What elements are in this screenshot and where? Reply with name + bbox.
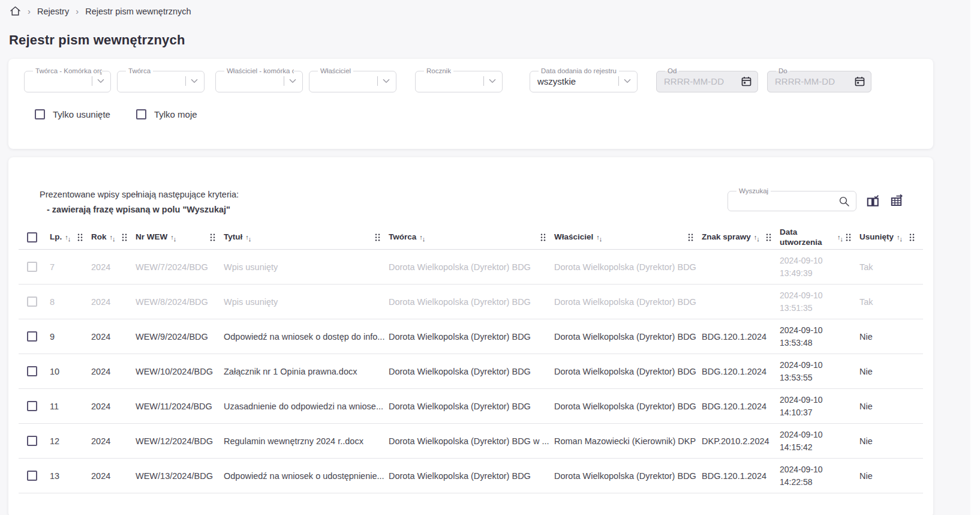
home-icon[interactable]	[10, 6, 21, 16]
table-row[interactable]: 82024WEW/8/2024/BDGWpis usuniętyDorota W…	[19, 285, 923, 319]
search-icon[interactable]	[838, 196, 850, 207]
table-row[interactable]: 102024WEW/10/2024/BDGZałącznik nr 1 Opin…	[19, 354, 923, 389]
sort-icon[interactable]: ↑↓	[170, 233, 176, 241]
field-divider	[92, 76, 92, 86]
cell-tytul: Odpowiedź na wniosek o udostępnienie...	[224, 471, 389, 481]
filter-date-do[interactable]: Do	[767, 67, 871, 92]
drag-handle-icon[interactable]	[766, 233, 771, 241]
cell-nr-wew: WEW/8/2024/BDG	[136, 297, 224, 307]
sort-icon[interactable]: ↑↓	[245, 233, 251, 241]
checkbox-tylko-usuniete[interactable]: Tylko usunięte	[35, 109, 110, 119]
export-button[interactable]	[889, 194, 904, 210]
column-header-znak-sprawy[interactable]: Znak sprawy↑↓	[702, 232, 780, 242]
sort-icon[interactable]: ↑↓	[65, 233, 70, 241]
row-checkbox[interactable]	[19, 297, 50, 307]
row-checkbox[interactable]	[19, 401, 50, 411]
cell-data-utworzenia: 2024-09-1013:53:48	[780, 324, 859, 349]
sort-icon[interactable]: ↑↓	[596, 233, 602, 241]
cell-lp: 12	[50, 436, 91, 446]
table-row[interactable]: 132024WEW/13/2024/BDGOdpowiedź na wniose…	[19, 459, 923, 493]
table-row[interactable]: 92024WEW/9/2024/BDGOdpowiedź na wniosek …	[19, 319, 923, 354]
column-header-nr-wew[interactable]: Nr WEW↑↓	[136, 232, 224, 242]
drag-handle-icon[interactable]	[77, 233, 83, 241]
cell-rok: 2024	[91, 262, 136, 272]
checkbox-box[interactable]	[136, 109, 146, 119]
column-header-data-utworzenia[interactable]: Data utworzenia↑↓	[780, 227, 859, 247]
sort-icon[interactable]: ↑↓	[110, 233, 115, 241]
cell-tytul: Uzasadnienie do odpowiedzi na wniose...	[224, 402, 389, 411]
checkbox-box[interactable]	[35, 109, 45, 119]
table-row[interactable]: 122024WEW/12/2024/BDGRegulamin wewnętrzn…	[19, 424, 923, 459]
row-checkbox[interactable]	[19, 366, 50, 376]
filter-select-rocznik[interactable]: Rocznik	[415, 67, 503, 92]
column-header-rok[interactable]: Rok↑↓	[91, 232, 136, 242]
search-input[interactable]	[735, 196, 838, 206]
cell-rok: 2024	[91, 471, 136, 481]
cell-znak-sprawy: BDG.120.1.2024	[702, 471, 780, 481]
cell-lp: 9	[50, 332, 91, 342]
cell-tworca: Dorota Wielkopolska (Dyrektor) BDG	[389, 262, 554, 272]
date-input-od[interactable]	[664, 76, 741, 86]
filter-checkboxes-row: Tylko usunięteTylko moje	[35, 109, 197, 119]
filter-label: Twórca - Komórka organiz...	[33, 67, 102, 74]
chevron-down-icon[interactable]	[191, 79, 198, 83]
filter-select-tworca[interactable]: Twórca	[117, 67, 205, 92]
column-header-usunięty[interactable]: Usunięty↑↓	[859, 232, 923, 242]
chevron-down-icon[interactable]	[624, 79, 631, 83]
column-settings-button[interactable]	[865, 194, 880, 210]
cell-lp: 7	[50, 262, 91, 272]
breadcrumb-item-rejestry[interactable]: Rejestry	[37, 7, 69, 16]
table-header-row: Lp.↑↓Rok↑↓Nr WEW↑↓Tytuł↑↓Twórca↑↓Właścic…	[19, 226, 923, 250]
calendar-icon[interactable]	[741, 76, 751, 86]
drag-handle-icon[interactable]	[846, 233, 851, 241]
registry-table: Lp.↑↓Rok↑↓Nr WEW↑↓Tytuł↑↓Twórca↑↓Właścic…	[19, 226, 923, 493]
filter-select-tworca-komorka[interactable]: Twórca - Komórka organiz...	[24, 67, 111, 92]
drag-handle-icon[interactable]	[122, 233, 127, 241]
sort-icon[interactable]: ↑↓	[419, 233, 425, 241]
drag-handle-icon[interactable]	[210, 233, 215, 241]
date-input-do[interactable]	[775, 76, 855, 86]
sort-icon[interactable]: ↑↓	[897, 233, 902, 241]
cell-data-utworzenia: 2024-09-1014:10:37	[780, 394, 859, 418]
column-header-właściciel[interactable]: Właściciel↑↓	[554, 232, 702, 242]
cell-lp: 8	[50, 297, 91, 307]
row-checkbox[interactable]	[19, 262, 50, 272]
drag-handle-icon[interactable]	[540, 233, 546, 241]
scrollbar[interactable]	[970, 0, 980, 515]
row-checkbox[interactable]	[19, 471, 50, 481]
chevron-down-icon[interactable]	[289, 79, 296, 83]
cell-usuniety: Nie	[859, 471, 923, 481]
column-header-twórca[interactable]: Twórca↑↓	[389, 232, 554, 242]
filter-select-wlasciciel[interactable]: Właściciel	[309, 67, 396, 92]
sort-icon[interactable]: ↑↓	[754, 233, 759, 241]
drag-handle-icon[interactable]	[375, 233, 380, 241]
filter-select-data-dodania-do-rejestru[interactable]: Data dodania do rejestruwszystkie	[530, 67, 638, 92]
sort-icon[interactable]: ↑↓	[837, 233, 843, 241]
cell-tworca: Dorota Wielkopolska (Dyrektor) BDG	[389, 471, 554, 481]
filter-label: Rocznik	[424, 67, 453, 74]
column-header-tytuł[interactable]: Tytuł↑↓	[224, 232, 389, 242]
checkbox-tylko-moje[interactable]: Tylko moje	[136, 109, 197, 119]
column-header-lp[interactable]: Lp.↑↓	[50, 232, 91, 242]
row-checkbox[interactable]	[19, 436, 50, 446]
chevron-down-icon[interactable]	[383, 79, 390, 83]
table-row[interactable]: 112024WEW/11/2024/BDGUzasadnienie do odp…	[19, 389, 923, 424]
cell-lp: 10	[50, 367, 91, 376]
checkbox-label: Tylko usunięte	[53, 109, 110, 119]
column-label: Tytuł	[224, 232, 242, 242]
drag-handle-icon[interactable]	[909, 233, 915, 241]
chevron-down-icon[interactable]	[97, 79, 104, 83]
breadcrumb-separator: ›	[76, 6, 79, 16]
filter-date-od[interactable]: Od	[656, 67, 758, 92]
filter-select-wlasciciel-komorka[interactable]: Właściciel - komórka orga...	[215, 67, 303, 92]
table-row[interactable]: 72024WEW/7/2024/BDGWpis usuniętyDorota W…	[19, 250, 923, 285]
calendar-icon[interactable]	[855, 76, 865, 86]
chevron-down-icon[interactable]	[489, 79, 496, 83]
results-panel: Prezentowane wpisy spełniają następujące…	[8, 157, 933, 515]
drag-handle-icon[interactable]	[688, 233, 693, 241]
breadcrumb-item-current: Rejestr pism wewnętrznych	[85, 7, 191, 16]
row-checkbox[interactable]	[19, 331, 50, 342]
select-all-checkbox[interactable]	[19, 232, 50, 242]
checkbox-label: Tylko moje	[154, 109, 197, 119]
cell-tworca: Dorota Wielkopolska (Dyrektor) BDG	[389, 297, 554, 307]
